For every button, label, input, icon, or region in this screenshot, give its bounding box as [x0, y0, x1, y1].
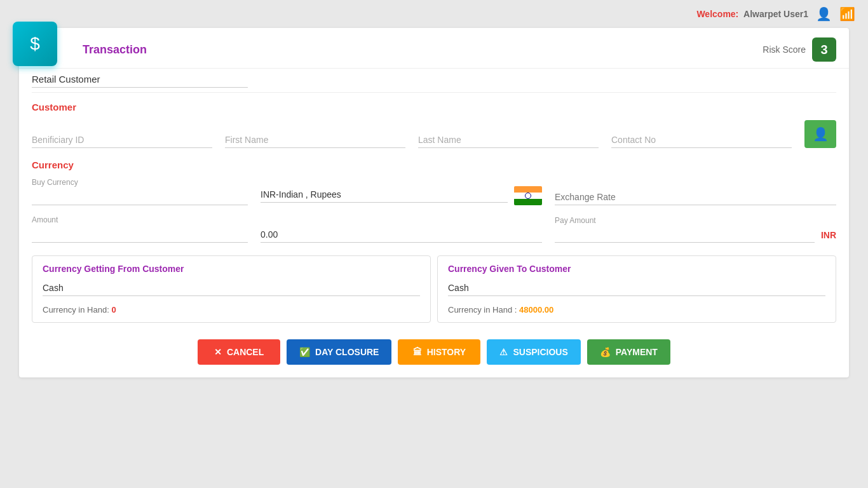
user-name: Alwarpet User1 [743, 9, 808, 19]
cancel-button[interactable]: ✕ CANCEL [198, 339, 280, 365]
day-closure-button[interactable]: ✅ DAY CLOSURE [287, 339, 391, 365]
india-flag [514, 186, 542, 205]
pay-amount-area: Pay Amount INR [555, 216, 836, 243]
day-closure-label: DAY CLOSURE [315, 347, 379, 357]
currency-in-hand-label-2: Currency in Hand : [448, 305, 517, 315]
suspicious-label: SUSPICIOUS [513, 347, 567, 357]
risk-score-label: Risk Score [763, 44, 806, 55]
contact-no-input[interactable] [611, 132, 792, 148]
customer-section-title: Customer [19, 94, 849, 116]
amount-field: Amount [32, 215, 248, 243]
currency-in-hand-label-1: Currency in Hand: [43, 305, 109, 315]
history-label: HISTORY [427, 347, 466, 357]
ashoka-chakra [525, 193, 531, 199]
customer-form-row: 👤 [19, 116, 849, 152]
first-name-input[interactable] [225, 132, 405, 148]
payment-button[interactable]: 💰 PAYMENT [587, 339, 670, 365]
risk-score-badge: 3 [812, 37, 836, 62]
dollar-icon-box: $ [13, 22, 57, 66]
currency-given-title: Currency Given To Customer [448, 264, 825, 274]
transaction-title: Transaction [83, 43, 147, 57]
wifi-icon: 📶 [839, 6, 855, 22]
divider-1 [32, 92, 836, 93]
currency-given-in-hand: Currency in Hand : 48000.00 [448, 305, 825, 315]
retail-customer-text: Retail Customer [32, 74, 248, 88]
suspicious-button[interactable]: ⚠ SUSPICIOUS [487, 339, 580, 365]
buy-currency-input[interactable] [32, 189, 248, 205]
add-customer-button[interactable]: 👤 [804, 120, 836, 148]
currency-row: Buy Currency INR-Indian , Rupees [19, 174, 849, 209]
pay-amount-field: Pay Amount [555, 216, 815, 243]
currency-getting-in-hand-value: 0 [111, 305, 116, 315]
flag-white [514, 193, 542, 199]
contact-no-field [611, 132, 792, 148]
currency-section-title: Currency [19, 152, 849, 174]
currency-getting-title: Currency Getting From Customer [43, 264, 420, 274]
currency-getting-cash-input[interactable] [43, 280, 420, 296]
header-row: Transaction Risk Score 3 [19, 28, 849, 69]
cancel-label: CANCEL [227, 347, 264, 357]
amount-row: Amount 0.00 Pay Amount INR [19, 209, 849, 249]
user-icon[interactable]: 👤 [816, 6, 832, 22]
inr-display: INR-Indian , Rupees [261, 186, 542, 205]
currency-getting-box: Currency Getting From Customer Currency … [32, 255, 431, 323]
currency-boxes-row: Currency Getting From Customer Currency … [19, 249, 849, 329]
currency-given-cash-input[interactable] [448, 280, 825, 296]
pay-amount-label: Pay Amount [555, 216, 815, 225]
flag-orange [514, 186, 542, 193]
flag-green [514, 199, 542, 205]
history-icon: 🏛 [413, 347, 422, 357]
buy-currency-label: Buy Currency [32, 178, 248, 187]
last-name-field [418, 132, 599, 148]
suspicious-icon: ⚠ [499, 347, 508, 357]
top-bar: Welcome: Alwarpet User1 👤 📶 [0, 0, 868, 28]
selected-currency-text: INR-Indian , Rupees [261, 189, 508, 203]
risk-score-area: Risk Score 3 [763, 37, 836, 62]
amount-value: 0.00 [261, 229, 542, 243]
payment-label: PAYMENT [616, 347, 658, 357]
pay-amount-currency: INR [821, 230, 836, 243]
currency-given-box: Currency Given To Customer Currency in H… [437, 255, 836, 323]
welcome-label: Welcome: [696, 9, 738, 19]
retail-customer-row: Retail Customer [19, 69, 849, 91]
amount-input[interactable] [32, 227, 248, 243]
history-button[interactable]: 🏛 HISTORY [398, 339, 480, 365]
amount-label: Amount [32, 215, 248, 224]
currency-getting-in-hand: Currency in Hand: 0 [43, 305, 420, 315]
main-container: $ Transaction Risk Score 3 Retail Custom… [19, 28, 849, 377]
beneficiary-id-field [32, 132, 212, 148]
first-name-field [225, 132, 405, 148]
payment-icon: 💰 [600, 347, 611, 357]
cancel-icon: ✕ [214, 347, 222, 357]
exchange-rate-field [555, 189, 836, 205]
buy-currency-field: Buy Currency [32, 178, 248, 205]
welcome-text: Welcome: Alwarpet User1 [696, 9, 808, 19]
beneficiary-id-input[interactable] [32, 132, 212, 148]
last-name-input[interactable] [418, 132, 599, 148]
footer-buttons: ✕ CANCEL ✅ DAY CLOSURE 🏛 HISTORY ⚠ SUSPI… [19, 329, 849, 377]
dollar-icon: $ [30, 34, 40, 54]
exchange-rate-input[interactable] [555, 189, 836, 205]
pay-amount-input[interactable] [555, 227, 815, 243]
day-closure-icon: ✅ [299, 347, 310, 357]
currency-given-in-hand-value: 48000.00 [519, 305, 553, 315]
